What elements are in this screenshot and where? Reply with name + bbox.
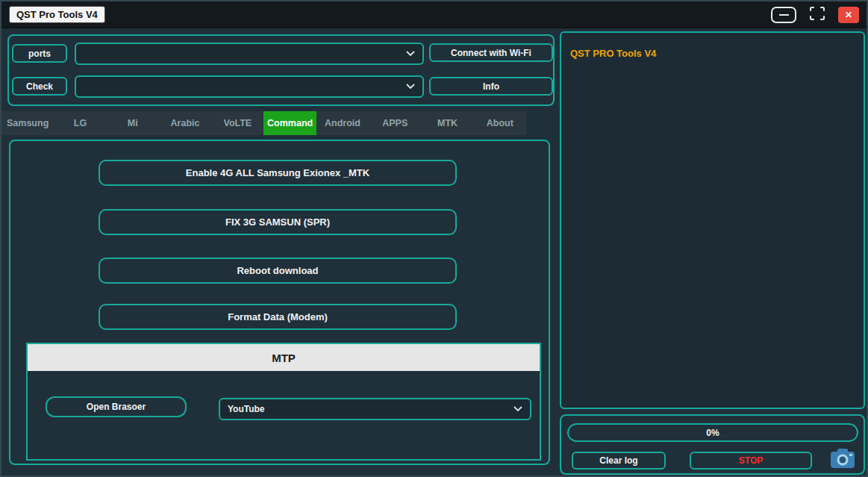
app-window: QST Pro Tools V4 ✕ ports bbox=[0, 0, 868, 477]
tab-mi[interactable]: Mi bbox=[107, 111, 159, 135]
mtp-header: MTP bbox=[28, 344, 540, 371]
status-panel: 0% Clear log STOP bbox=[560, 414, 865, 475]
chevron-down-icon bbox=[406, 84, 415, 90]
enable-4g-button[interactable]: Enable 4G ALL Samsung Exionex _MTK bbox=[99, 160, 457, 186]
port-select[interactable] bbox=[75, 43, 424, 65]
screenshot-button[interactable] bbox=[828, 447, 857, 473]
ports-button[interactable]: ports bbox=[12, 44, 67, 63]
progress-text: 0% bbox=[706, 428, 719, 438]
tab-samsung[interactable]: Samsung bbox=[1, 111, 54, 135]
open-brasoer-button[interactable]: Open Brasoer bbox=[46, 396, 187, 417]
tab-command[interactable]: Command bbox=[263, 111, 316, 135]
format-data-button[interactable]: Format Data (Modem) bbox=[99, 304, 457, 330]
close-icon: ✕ bbox=[845, 10, 852, 20]
window-title: QST Pro Tools V4 bbox=[9, 6, 105, 23]
app-select-value: YouTube bbox=[228, 404, 265, 414]
maximize-icon bbox=[810, 7, 825, 23]
minimize-icon bbox=[779, 14, 789, 16]
progress-bar: 0% bbox=[567, 423, 858, 442]
chevron-down-icon bbox=[406, 51, 415, 57]
reboot-download-button[interactable]: Reboot download bbox=[99, 258, 457, 284]
maximize-button[interactable] bbox=[808, 7, 826, 23]
log-output: QST PRO Tools V4 bbox=[560, 31, 865, 409]
log-title: QST PRO Tools V4 bbox=[570, 48, 855, 59]
tab-arabic[interactable]: Arabic bbox=[159, 111, 211, 135]
model-select[interactable] bbox=[75, 75, 424, 98]
info-button[interactable]: Info bbox=[429, 77, 553, 96]
camera-icon bbox=[830, 447, 855, 473]
minimize-button[interactable] bbox=[771, 7, 796, 23]
titlebar: QST Pro Tools V4 ✕ bbox=[1, 1, 867, 28]
tab-bar: Samsung LG Mi Arabic VoLTE Command Andro… bbox=[1, 111, 526, 135]
check-button[interactable]: Check bbox=[12, 77, 67, 96]
clear-log-button[interactable]: Clear log bbox=[572, 452, 666, 470]
connect-wifi-button[interactable]: Connect with Wi-Fi bbox=[429, 43, 553, 62]
tab-apps[interactable]: APPS bbox=[369, 111, 421, 135]
fix-3g-button[interactable]: FIX 3G SAMSUN (SPR) bbox=[99, 209, 457, 235]
tab-mtk[interactable]: MTK bbox=[421, 111, 473, 135]
close-button[interactable]: ✕ bbox=[838, 7, 859, 23]
tab-volte[interactable]: VoLTE bbox=[211, 111, 263, 135]
connection-panel: ports Connect with Wi-Fi Check Info bbox=[7, 34, 555, 106]
tab-lg[interactable]: LG bbox=[54, 111, 106, 135]
app-select[interactable]: YouTube bbox=[219, 398, 531, 420]
tab-about[interactable]: About bbox=[474, 111, 526, 135]
window-controls: ✕ bbox=[771, 7, 859, 23]
command-panel: Enable 4G ALL Samsung Exionex _MTK FIX 3… bbox=[9, 140, 550, 465]
tab-android[interactable]: Android bbox=[316, 111, 369, 135]
chevron-down-icon bbox=[513, 406, 522, 412]
mtp-group: MTP Open Brasoer YouTube bbox=[26, 343, 541, 461]
stop-button[interactable]: STOP bbox=[690, 452, 812, 470]
